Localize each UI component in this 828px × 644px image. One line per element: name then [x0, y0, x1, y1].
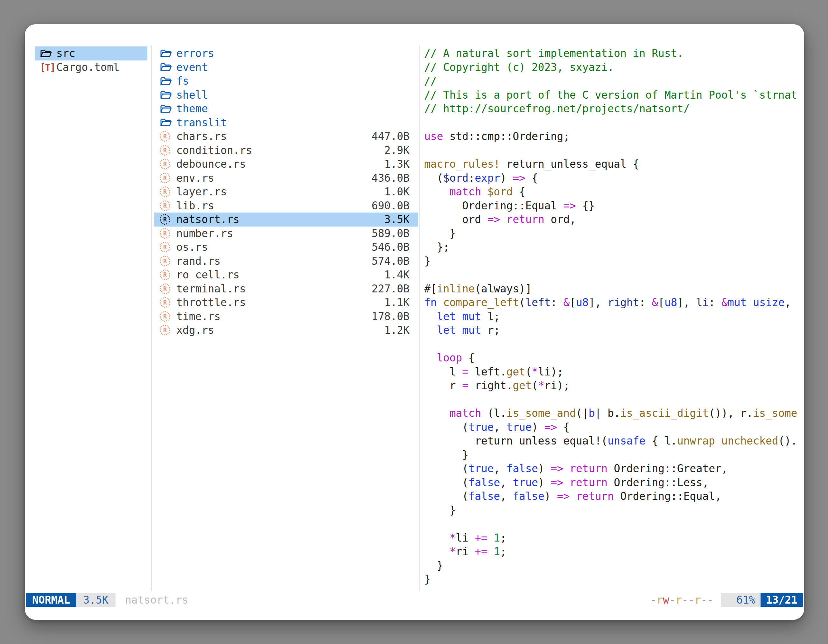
- code-line: Ordering::Equal => {}: [424, 199, 804, 213]
- pane-separator: [419, 45, 420, 591]
- code-line: // Copyright (c) 2023, sxyazi.: [424, 60, 804, 74]
- entry-size: 1.4K: [384, 268, 409, 282]
- code-line: //: [424, 74, 804, 88]
- folder-row-selected[interactable]: src: [35, 47, 147, 60]
- rust-icon: R: [160, 173, 170, 183]
- code-preview-pane: // A natural sort implementation in Rust…: [424, 47, 804, 586]
- code-line: match $ord {: [424, 185, 804, 199]
- file-row[interactable]: Rro_cell.rs1.4K: [154, 268, 418, 282]
- entry-name: ro_cell.rs: [176, 268, 240, 282]
- parent-pane: src[T]Cargo.toml: [35, 47, 147, 74]
- folder-row[interactable]: shell: [154, 88, 418, 102]
- rust-icon: R: [160, 297, 170, 308]
- entry-name: lib.rs: [176, 199, 214, 213]
- entry-name: theme: [176, 102, 208, 116]
- folder-open-icon: [160, 104, 171, 114]
- rust-icon: R: [160, 159, 170, 169]
- toml-icon: [T]: [40, 60, 55, 74]
- entry-name: throttle.rs: [176, 296, 246, 310]
- entry-name: Cargo.toml: [56, 60, 120, 74]
- entry-name: terminal.rs: [176, 282, 246, 296]
- entry-size: 690.0B: [372, 199, 409, 213]
- entry-name: rand.rs: [176, 254, 221, 268]
- file-row[interactable]: Rlib.rs690.0B: [154, 199, 418, 213]
- code-line: (true, true) => {: [424, 420, 804, 434]
- folder-row[interactable]: translit: [154, 116, 418, 130]
- file-row[interactable]: Rthrottle.rs1.1K: [154, 296, 418, 310]
- code-line: }: [424, 227, 804, 241]
- file-row[interactable]: Rcondition.rs2.9K: [154, 144, 418, 158]
- entry-name: xdg.rs: [176, 323, 214, 337]
- file-row[interactable]: Rterminal.rs227.0B: [154, 282, 418, 296]
- code-line: let mut l;: [424, 310, 804, 324]
- rust-icon: R: [160, 256, 170, 266]
- rust-icon: R: [160, 270, 170, 280]
- code-line: use std::cmp::Ordering;: [424, 130, 804, 144]
- status-bar: NORMAL 3.5K natsort.rs -rw-r--r-- 61% 13…: [25, 593, 804, 607]
- code-line: *li += 1;: [424, 531, 804, 545]
- cursor-position-badge: 13/21: [761, 593, 803, 607]
- entry-name: chars.rs: [176, 130, 227, 144]
- file-row[interactable]: Rxdg.rs1.2K: [154, 323, 418, 337]
- file-row[interactable]: Rtime.rs178.0B: [154, 310, 418, 324]
- entry-name: debounce.rs: [176, 157, 246, 171]
- code-line: }: [424, 503, 804, 517]
- file-row[interactable]: Rrand.rs574.0B: [154, 254, 418, 268]
- entry-name: time.rs: [176, 310, 221, 324]
- folder-open-icon: [160, 49, 171, 58]
- current-pane: errorseventfsshellthemetranslitRchars.rs…: [154, 47, 418, 337]
- entry-size: 574.0B: [372, 254, 409, 268]
- entry-size: 1.0K: [384, 185, 409, 199]
- entry-size: 178.0B: [372, 310, 409, 324]
- file-size-badge: 3.5K: [76, 593, 115, 607]
- entry-size: 1.1K: [384, 296, 409, 310]
- file-row[interactable]: Rnumber.rs589.0B: [154, 227, 418, 241]
- entry-name: fs: [176, 74, 189, 88]
- file-row[interactable]: Ros.rs546.0B: [154, 240, 418, 254]
- entry-name: translit: [176, 116, 227, 130]
- folder-row[interactable]: fs: [154, 74, 418, 88]
- code-line: loop {: [424, 351, 804, 365]
- file-row[interactable]: Rlayer.rs1.0K: [154, 185, 418, 199]
- rust-icon: R: [160, 311, 170, 322]
- status-left: NORMAL 3.5K natsort.rs: [26, 593, 188, 607]
- file-row[interactable]: Rchars.rs447.0B: [154, 130, 418, 144]
- mode-badge: NORMAL: [26, 593, 76, 607]
- folder-open-icon: [160, 118, 171, 128]
- folder-row[interactable]: event: [154, 60, 418, 74]
- code-line: match (l.is_some_and(|b| b.is_ascii_digi…: [424, 406, 804, 420]
- code-line: };: [424, 240, 804, 254]
- code-line: let mut r;: [424, 323, 804, 337]
- code-line: [424, 116, 804, 130]
- folder-open-icon: [160, 76, 171, 86]
- folder-row[interactable]: errors: [154, 47, 418, 60]
- scroll-percent-badge: 61%: [721, 593, 761, 607]
- rust-icon: R: [160, 284, 170, 294]
- code-line: fn compare_left(left: &[u8], right: &[u8…: [424, 296, 804, 310]
- entry-name: layer.rs: [176, 185, 227, 199]
- rust-icon: R: [160, 228, 170, 239]
- code-line: // http://sourcefrog.net/projects/natsor…: [424, 102, 804, 116]
- folder-row[interactable]: theme: [154, 102, 418, 116]
- entry-size: 2.9K: [384, 144, 409, 158]
- entry-size: 447.0B: [372, 130, 409, 144]
- code-line: [424, 393, 804, 407]
- file-row[interactable]: Rdebounce.rs1.3K: [154, 157, 418, 171]
- file-row[interactable]: Renv.rs436.0B: [154, 171, 418, 185]
- file-row[interactable]: [T]Cargo.toml: [35, 60, 147, 74]
- code-line: }: [424, 448, 804, 462]
- code-line: }: [424, 559, 804, 573]
- code-line: ($ord:expr) => {: [424, 171, 804, 185]
- folder-open-icon: [40, 49, 52, 58]
- entry-name: event: [176, 60, 208, 74]
- entry-name: os.rs: [176, 240, 208, 254]
- permissions-text: -rw-r--r--: [650, 594, 714, 606]
- code-line: #[inline(always)]: [424, 282, 804, 296]
- file-row-selected[interactable]: Rnatsort.rs3.5K: [154, 213, 418, 227]
- app-window: src[T]Cargo.toml errorseventfsshelltheme…: [25, 24, 804, 620]
- code-line: (false, false) => return Ordering::Equal…: [424, 489, 804, 503]
- code-line: *ri += 1;: [424, 545, 804, 559]
- entry-size: 3.5K: [384, 213, 409, 227]
- rust-icon: R: [160, 145, 170, 155]
- rust-icon: R: [160, 325, 170, 335]
